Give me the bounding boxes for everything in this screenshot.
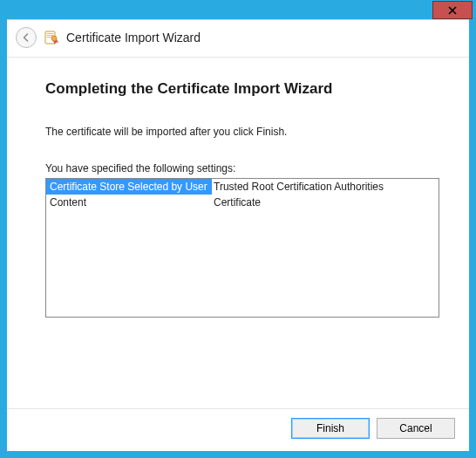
settings-label: You have specified the following setting…	[45, 162, 439, 174]
finish-button[interactable]: Finish	[291, 418, 370, 439]
settings-row-name: Content	[46, 195, 212, 210]
wizard-footer: Finish Cancel	[7, 408, 469, 451]
window-titlebar	[0, 0, 476, 19]
wizard-window: Certificate Import Wizard Completing the…	[0, 0, 476, 458]
page-heading: Completing the Certificate Import Wizard	[45, 80, 439, 98]
settings-row-value: Trusted Root Certification Authorities	[212, 179, 439, 195]
wizard-frame: Certificate Import Wizard Completing the…	[7, 19, 469, 451]
cancel-button[interactable]: Cancel	[377, 418, 455, 439]
back-arrow-icon	[21, 32, 31, 43]
close-icon	[448, 6, 457, 15]
window-close-button[interactable]	[432, 1, 473, 19]
settings-row-name: Certificate Store Selected by User	[46, 179, 212, 195]
settings-list[interactable]: Certificate Store Selected by UserTruste…	[45, 178, 439, 318]
wizard-header: Certificate Import Wizard	[7, 20, 469, 58]
svg-rect-3	[47, 33, 54, 34]
page-description: The certificate will be imported after y…	[45, 126, 439, 138]
certificate-icon	[44, 30, 59, 45]
svg-rect-5	[47, 37, 52, 38]
svg-rect-4	[47, 35, 54, 36]
settings-row-value: Certificate	[212, 195, 439, 210]
svg-point-6	[51, 36, 57, 41]
settings-row[interactable]: Certificate Store Selected by UserTruste…	[46, 179, 439, 195]
settings-row[interactable]: ContentCertificate	[46, 195, 439, 210]
back-button[interactable]	[16, 27, 37, 48]
wizard-content: Completing the Certificate Import Wizard…	[7, 58, 469, 408]
wizard-title: Certificate Import Wizard	[66, 31, 201, 44]
